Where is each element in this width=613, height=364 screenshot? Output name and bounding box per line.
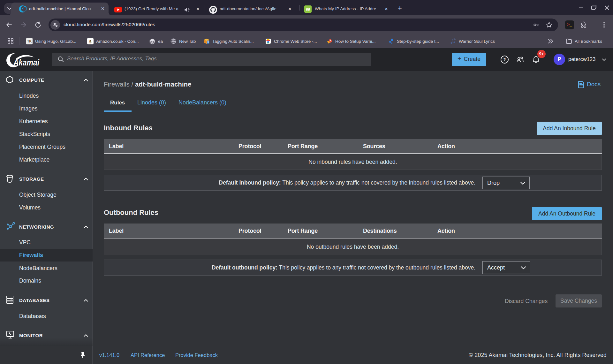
svg-text:a: a [89,39,92,43]
svg-text:Akamai: Akamai [13,58,39,67]
svg-text:?: ? [503,57,506,62]
